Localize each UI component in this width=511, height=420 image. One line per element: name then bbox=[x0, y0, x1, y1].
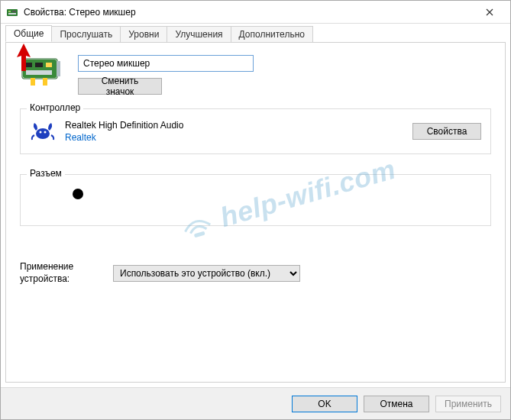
controller-group-label: Контроллер bbox=[27, 102, 83, 113]
apply-button[interactable]: Применить bbox=[435, 396, 501, 412]
svg-point-13 bbox=[36, 128, 50, 139]
device-usage-select[interactable]: Использовать это устройство (вкл.) bbox=[113, 265, 300, 282]
jack-group-label: Разъем bbox=[27, 168, 65, 179]
controller-name: Realtek High Definition Audio bbox=[65, 120, 403, 131]
window-title: Свойства: Стерео микшер bbox=[24, 7, 472, 18]
device-header: Сменить значок bbox=[20, 55, 491, 95]
tab-label: Общие bbox=[14, 28, 44, 39]
svg-rect-6 bbox=[26, 63, 32, 67]
window-icon bbox=[7, 6, 19, 18]
svg-rect-3 bbox=[8, 13, 16, 15]
controller-groupbox: Контроллер Real bbox=[20, 108, 491, 154]
svg-rect-12 bbox=[43, 78, 47, 86]
svg-rect-8 bbox=[46, 63, 52, 67]
controller-properties-button[interactable]: Свойства bbox=[412, 123, 481, 140]
svg-rect-2 bbox=[12, 11, 16, 12]
svg-rect-1 bbox=[8, 11, 11, 12]
tab-strip: Общие Прослушать Уровни Улучшения Дополн… bbox=[1, 24, 510, 42]
dialog-button-bar: OK Отмена Применить bbox=[1, 387, 510, 419]
tab-label: Улучшения bbox=[175, 29, 222, 40]
tab-listen[interactable]: Прослушать bbox=[51, 26, 121, 42]
tab-enhancements[interactable]: Улучшения bbox=[167, 26, 231, 42]
jack-groupbox: Разъем bbox=[20, 174, 491, 226]
device-usage-label: Применение устройства: bbox=[20, 261, 96, 285]
button-label: OK bbox=[318, 399, 331, 409]
cancel-button[interactable]: Отмена bbox=[364, 396, 429, 412]
device-usage-row: Применение устройства: Использовать это … bbox=[20, 261, 491, 285]
tab-levels[interactable]: Уровни bbox=[120, 26, 167, 42]
svg-rect-4 bbox=[23, 60, 57, 78]
tab-label: Прослушать bbox=[60, 29, 112, 40]
svg-rect-7 bbox=[35, 63, 43, 67]
button-label: Применить bbox=[445, 399, 492, 409]
svg-rect-11 bbox=[31, 78, 35, 86]
controller-vendor-link[interactable]: Realtek bbox=[65, 132, 403, 143]
realtek-crab-icon bbox=[30, 118, 56, 144]
controller-text: Realtek High Definition Audio Realtek bbox=[65, 120, 403, 143]
device-name-column: Сменить значок bbox=[78, 55, 254, 95]
svg-point-15 bbox=[44, 131, 47, 134]
device-name-input[interactable] bbox=[78, 55, 254, 72]
change-icon-button[interactable]: Сменить значок bbox=[78, 78, 162, 95]
jack-color-indicator bbox=[73, 189, 83, 199]
svg-point-14 bbox=[40, 131, 42, 134]
button-label: Свойства bbox=[427, 126, 467, 137]
svg-rect-0 bbox=[7, 9, 18, 16]
tab-content-general: Сменить значок Контроллер bbox=[6, 43, 505, 382]
tab-label: Уровни bbox=[128, 29, 159, 40]
controller-row: Realtek High Definition Audio Realtek Св… bbox=[30, 118, 481, 144]
close-button[interactable] bbox=[472, 1, 507, 24]
svg-rect-10 bbox=[57, 61, 60, 76]
tab-advanced[interactable]: Дополнительно bbox=[231, 26, 313, 42]
sound-card-icon bbox=[20, 55, 66, 90]
ok-button[interactable]: OK bbox=[292, 396, 357, 412]
titlebar: Свойства: Стерео микшер bbox=[1, 1, 510, 24]
properties-window: Свойства: Стерео микшер Общие Прослушать… bbox=[0, 0, 511, 420]
svg-rect-9 bbox=[26, 70, 52, 75]
tab-label: Дополнительно bbox=[239, 29, 305, 40]
tab-panel: Сменить значок Контроллер bbox=[5, 42, 506, 383]
tab-general[interactable]: Общие bbox=[5, 25, 52, 42]
button-label: Отмена bbox=[380, 399, 412, 409]
button-label: Сменить значок bbox=[88, 76, 152, 97]
